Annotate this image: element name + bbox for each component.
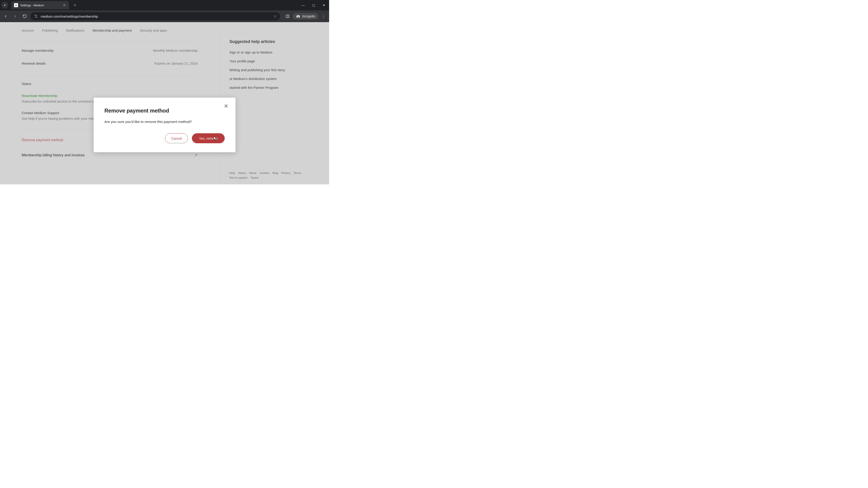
incognito-label: Incognito: [302, 14, 315, 18]
svg-point-2: [35, 15, 36, 16]
minimize-button[interactable]: —: [298, 0, 308, 10]
chevron-down-icon: ▾: [4, 4, 5, 7]
new-tab-button[interactable]: +: [71, 3, 79, 8]
incognito-indicator[interactable]: Incognito: [293, 13, 318, 20]
close-window-button[interactable]: ✕: [319, 0, 329, 10]
url-text: medium.com/me/settings/membership: [41, 14, 271, 18]
close-tab-icon[interactable]: ✕: [62, 3, 66, 7]
confirm-remove-button[interactable]: Yes, remove: [192, 133, 225, 143]
incognito-icon: [296, 15, 301, 18]
modal-body: Are you sure you'd like to remove this p…: [104, 120, 225, 124]
tab-title: Settings - Medium: [20, 4, 60, 7]
close-icon: ✕: [224, 103, 228, 109]
chrome-actions: Incognito ⋮: [284, 12, 327, 20]
svg-point-3: [36, 17, 37, 18]
cancel-button[interactable]: Cancel: [165, 133, 188, 143]
remove-payment-modal: ✕ Remove payment method Are you sure you…: [94, 98, 236, 152]
forward-button[interactable]: [11, 12, 19, 20]
svg-rect-4: [286, 15, 289, 18]
back-button[interactable]: [2, 12, 9, 20]
maximize-button[interactable]: ▢: [308, 0, 319, 10]
site-settings-icon[interactable]: [33, 14, 38, 19]
tab-bar: ▾ •• Settings - Medium ✕ + — ▢ ✕: [0, 0, 329, 10]
modal-title: Remove payment method: [104, 107, 225, 114]
svg-point-7: [298, 16, 300, 18]
browser-chrome: ▾ •• Settings - Medium ✕ + — ▢ ✕ medium.…: [0, 0, 329, 22]
browser-tab[interactable]: •• Settings - Medium ✕: [11, 1, 69, 9]
chrome-menu-icon[interactable]: ⋮: [320, 12, 327, 20]
svg-point-6: [297, 16, 298, 18]
cursor-icon: [213, 136, 217, 141]
tab-search-dropdown[interactable]: ▾: [1, 2, 8, 8]
modal-actions: Cancel Yes, remove: [104, 133, 225, 143]
reload-button[interactable]: [21, 12, 29, 20]
modal-close-button[interactable]: ✕: [223, 103, 229, 109]
nav-bar: medium.com/me/settings/membership ☆ Inco…: [0, 10, 329, 22]
address-bar[interactable]: medium.com/me/settings/membership ☆: [30, 12, 280, 20]
window-controls: — ▢ ✕: [298, 0, 329, 10]
bookmark-star-icon[interactable]: ☆: [273, 14, 277, 19]
page-viewport: Account Publishing Notifications Members…: [0, 22, 329, 184]
side-panel-icon[interactable]: [284, 12, 291, 20]
favicon-icon: ••: [14, 3, 18, 7]
